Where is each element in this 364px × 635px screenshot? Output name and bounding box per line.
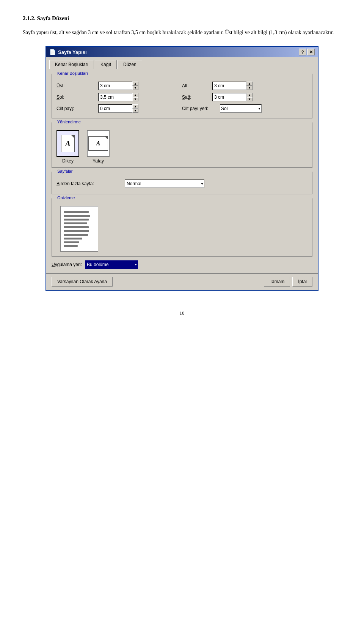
orientation-row: A Dikey A Yatay: [56, 130, 308, 164]
preview-line-5: [64, 226, 89, 228]
cilt-payi-yeri-select[interactable]: Sol Üst: [220, 104, 262, 113]
sag-down-btn[interactable]: ▼: [246, 97, 253, 101]
dialog: 📄 Sayfa Yapısı ? ✕ Kenar Boşlukları Kağı…: [46, 46, 318, 291]
close-button[interactable]: ✕: [307, 49, 315, 55]
yatay-icon-box: A: [87, 130, 110, 157]
sol-up-btn[interactable]: ▲: [132, 93, 138, 97]
ust-alt-row: Üst: ▲ ▼ Alt: ▲ ▼: [56, 82, 308, 90]
footer-left: Varsayılan Olarak Ayarla: [52, 277, 113, 287]
orientation-section: Yönlendirme A Dikey A: [52, 122, 312, 168]
sol-label: Sol:: [56, 95, 98, 100]
cilt-payi-spinner: ▲ ▼: [132, 104, 138, 113]
title-buttons: ? ✕: [299, 49, 315, 55]
preview-container: [56, 206, 308, 252]
orientation-section-label: Yönlendirme: [56, 120, 82, 124]
cilt-payi-up-btn[interactable]: ▲: [132, 104, 138, 109]
birden-fazla-label: Birden fazla sayfa:: [56, 181, 121, 186]
document-icon: 📄: [49, 49, 56, 55]
sol-down-btn[interactable]: ▼: [132, 97, 138, 101]
birden-fazla-select-wrapper: Normal 2 sayfayı yan yana Kitapçık: [125, 180, 204, 188]
tab-duzen[interactable]: Düzen: [118, 60, 142, 69]
ust-input[interactable]: [98, 82, 132, 90]
set-default-button[interactable]: Varsayılan Olarak Ayarla: [52, 277, 113, 287]
dialog-footer: Varsayılan Olarak Ayarla Tamam İptal: [46, 273, 318, 290]
tab-kenar-bosluklari[interactable]: Kenar Boşlukları: [49, 60, 94, 69]
cilt-row: Cilt payı: ▲ ▼ Cilt payı yeri: Sol Üst: [56, 104, 308, 113]
cilt-payi-yeri-select-wrapper: Sol Üst: [220, 104, 262, 113]
dikey-icon-box: A: [56, 130, 79, 157]
preview-section: Önizleme: [52, 198, 312, 257]
preview-line-3: [64, 219, 89, 221]
sag-input[interactable]: [212, 93, 246, 101]
preview-line-1: [64, 211, 89, 213]
sag-field: Sağ: ▲ ▼: [182, 93, 308, 101]
cilt-payi-yeri-label: Cilt payı yeri:: [182, 106, 220, 111]
ust-label: Üst:: [56, 83, 98, 88]
preview-box: [60, 206, 98, 252]
sol-input[interactable]: [98, 93, 132, 101]
apply-select[interactable]: Bu bölüme Tüm belgeye: [85, 260, 138, 269]
apply-select-wrapper: Bu bölüme Tüm belgeye: [85, 260, 138, 269]
apply-row: Uygulama yeri: Bu bölüme Tüm belgeye: [52, 260, 312, 269]
sol-field: Sol: ▲ ▼: [56, 93, 182, 101]
preview-line-8: [64, 238, 82, 240]
alt-input[interactable]: [212, 82, 246, 90]
birden-fazla-select[interactable]: Normal 2 sayfayı yan yana Kitapçık: [125, 180, 204, 188]
cilt-payi-down-btn[interactable]: ▼: [132, 109, 138, 113]
cilt-payi-input[interactable]: [98, 104, 132, 113]
tab-kagit[interactable]: Kağıt: [95, 60, 117, 69]
landscape-icon: A: [88, 136, 108, 151]
cancel-button[interactable]: İptal: [292, 277, 312, 287]
sag-label: Sağ:: [182, 95, 212, 100]
page-number: 10: [23, 310, 341, 316]
help-button[interactable]: ?: [299, 49, 306, 55]
dialog-tabs: Kenar Boşlukları Kağıt Düzen: [46, 57, 318, 69]
cilt-payi-yeri-field: Cilt payı yeri: Sol Üst: [182, 104, 308, 113]
dikey-option[interactable]: A Dikey: [56, 130, 79, 164]
dialog-titlebar: 📄 Sayfa Yapısı ? ✕: [46, 47, 318, 57]
pages-section-label: Sayfalar: [56, 169, 74, 173]
dialog-title-label: Sayfa Yapısı: [58, 49, 87, 55]
page-heading: 2.1.2. Sayfa Düzeni: [23, 15, 341, 22]
dialog-title-text: 📄 Sayfa Yapısı: [49, 49, 87, 55]
preview-line-7: [64, 234, 88, 236]
ust-down-btn[interactable]: ▼: [132, 86, 138, 90]
preview-line-10: [64, 245, 78, 247]
sol-sag-row: Sol: ▲ ▼ Sağ: ▲ ▼: [56, 93, 308, 101]
sag-spinner: ▲ ▼: [246, 93, 253, 101]
footer-right: Tamam İptal: [264, 277, 312, 287]
ust-spinner: ▲ ▼: [132, 82, 138, 90]
alt-spinner: ▲ ▼: [246, 82, 253, 90]
dialog-body: Kenar Boşlukları Üst: ▲ ▼ Alt:: [46, 69, 318, 273]
preview-line-6: [64, 230, 89, 232]
pages-section: Sayfalar Birden fazla sayfa: Normal 2 sa…: [52, 172, 312, 194]
dialog-wrapper: 📄 Sayfa Yapısı ? ✕ Kenar Boşlukları Kağı…: [23, 46, 341, 291]
alt-up-btn[interactable]: ▲: [246, 82, 253, 86]
preview-line-4: [64, 222, 87, 224]
apply-label: Uygulama yeri:: [52, 262, 82, 267]
preview-section-label: Önizleme: [56, 195, 76, 200]
pages-row: Birden fazla sayfa: Normal 2 sayfayı yan…: [56, 180, 308, 188]
yatay-label: Yatay: [93, 158, 104, 164]
ok-button[interactable]: Tamam: [264, 277, 290, 287]
body-text: Sayfa yapısı üst, alt ve sağdan 3 cm ve …: [23, 28, 341, 37]
sag-up-btn[interactable]: ▲: [246, 93, 253, 97]
alt-down-btn[interactable]: ▼: [246, 86, 253, 90]
alt-field: Alt: ▲ ▼: [182, 82, 308, 90]
sol-spinner: ▲ ▼: [132, 93, 138, 101]
yatay-option[interactable]: A Yatay: [87, 130, 110, 164]
ust-up-btn[interactable]: ▲: [132, 82, 138, 86]
preview-line-9: [64, 241, 79, 243]
portrait-icon: A: [61, 135, 75, 152]
cilt-payi-label: Cilt payı:: [56, 106, 98, 111]
margins-section-label: Kenar Boşlukları: [56, 71, 89, 76]
alt-label: Alt:: [182, 83, 212, 88]
preview-line-2: [64, 215, 90, 217]
ust-field: Üst: ▲ ▼: [56, 82, 182, 90]
margins-section: Kenar Boşlukları Üst: ▲ ▼ Alt:: [52, 74, 312, 118]
cilt-payi-field: Cilt payı: ▲ ▼: [56, 104, 182, 113]
dikey-label: Dikey: [62, 158, 74, 164]
